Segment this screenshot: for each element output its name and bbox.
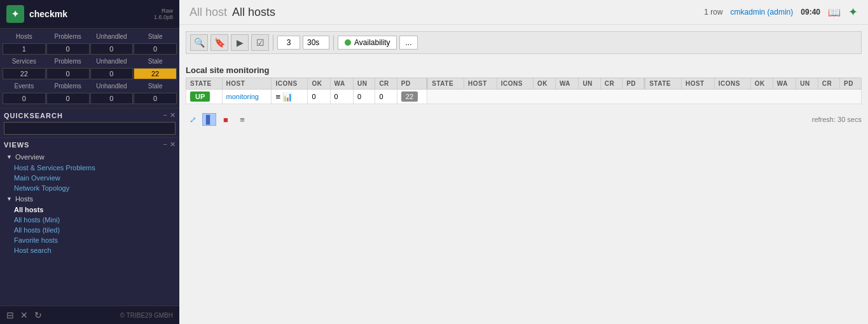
pd-badge[interactable]: 22 (401, 91, 418, 102)
col-un-3: UN (796, 78, 818, 90)
table-row: UP monitoring ≡ 📊 0 0 0 0 (186, 90, 862, 104)
refresh-count-input[interactable] (277, 36, 300, 50)
evt-problems-label: Problems (46, 82, 90, 90)
nav-all-hosts-mini[interactable]: All hosts (Mini) (4, 215, 176, 225)
sidebar-undock-icon[interactable]: ⊟ (6, 310, 14, 320)
sidebar-close-icon[interactable]: ✕ (20, 310, 28, 320)
site-title: Local site monitoring (186, 62, 862, 78)
quicksearch-controls: − ✕ (163, 111, 176, 119)
category-overview[interactable]: ▼ Overview (4, 151, 176, 163)
nav-all-hosts[interactable]: All hosts (4, 205, 176, 215)
hosts-count[interactable]: 1 (3, 43, 46, 55)
views-section: VIEWS − ✕ ▼ Overview Host & Services Pro… (0, 138, 179, 306)
unhandled-label: Unhandled (90, 32, 134, 41)
col-state-2: STATE (427, 78, 464, 90)
expand-icon[interactable]: ⤢ (186, 113, 200, 126)
checkmk-logo-icon: ✦ (848, 5, 858, 19)
filter-icon[interactable]: ▋ (202, 113, 216, 126)
search-button[interactable]: 🔍 (190, 34, 208, 51)
sidebar-header: ✦ checkmk Raw 1.6.0p8 (0, 0, 179, 29)
row-ok: 0 (308, 90, 330, 104)
views-close[interactable]: ✕ (170, 140, 176, 149)
views-minus[interactable]: − (163, 140, 167, 149)
col-cr-1: CR (375, 78, 397, 90)
search-input[interactable] (4, 122, 176, 135)
quicksearch-title: QUICKSEARCH (4, 112, 63, 119)
events-problems[interactable]: 0 (46, 93, 90, 104)
copyright-text: © TRIBE29 GMBH (120, 312, 173, 319)
svc-problems-label: Problems (46, 57, 90, 65)
col-ok-1: OK (308, 78, 330, 90)
triangle-icon: ▼ (6, 154, 12, 160)
breadcrumb-parent[interactable]: All host (189, 6, 227, 19)
services-count[interactable]: 22 (3, 68, 46, 79)
breadcrumb-current: All hosts (232, 6, 275, 19)
col-state-3: STATE (645, 78, 682, 90)
col-icons-1: ICONS (272, 78, 308, 90)
row-icons: ≡ 📊 (272, 90, 308, 104)
category-hosts[interactable]: ▼ Hosts (4, 193, 176, 205)
hosts-problems[interactable]: 0 (46, 43, 90, 55)
checkbox-button[interactable]: ☑ (251, 34, 269, 51)
svc-unhandled-label: Unhandled (90, 57, 134, 65)
views-header: VIEWS − ✕ (4, 140, 176, 149)
action-button[interactable]: ▶ (231, 34, 249, 51)
col-ok-3: OK (750, 78, 773, 90)
services-unhandled[interactable]: 0 (90, 68, 134, 79)
more-button[interactable]: ... (399, 36, 417, 50)
col-pd-2: PD (623, 78, 645, 90)
nav-host-search[interactable]: Host search (4, 245, 176, 255)
views-controls: − ✕ (163, 140, 176, 149)
nav-network-topology[interactable]: Network Topology (4, 183, 176, 193)
chart-icon[interactable]: 📊 (282, 92, 293, 102)
nav-all-hosts-tiled[interactable]: All hosts (tiled) (4, 225, 176, 235)
nav-favorite-hosts[interactable]: Favorite hosts (4, 235, 176, 245)
row-cr: 0 (375, 90, 397, 104)
nav-main-overview[interactable]: Main Overview (4, 173, 176, 183)
version-text: Raw 1.6.0p8 (154, 8, 173, 20)
events-stale[interactable]: 0 (134, 93, 177, 104)
services-problems[interactable]: 0 (46, 68, 90, 79)
events-count[interactable]: 0 (3, 93, 46, 104)
row-state: UP (186, 90, 223, 104)
refresh-interval-input[interactable] (303, 36, 329, 50)
footer-icons: ⊟ ✕ ↻ (6, 310, 42, 320)
quicksearch-close[interactable]: ✕ (170, 111, 176, 119)
sidebar-refresh-icon[interactable]: ↻ (34, 310, 42, 320)
nav-host-services-problems[interactable]: Host & Services Problems (4, 163, 176, 173)
availability-button[interactable]: Availability (338, 36, 397, 50)
hosts-unhandled[interactable]: 0 (90, 43, 134, 55)
services-label: Services (3, 57, 46, 65)
help-icon[interactable]: 📖 (828, 6, 841, 18)
col-wa-1: WA (330, 78, 353, 90)
events-unhandled[interactable]: 0 (90, 93, 134, 104)
col-cr-2: CR (600, 78, 622, 90)
col-host-3: HOST (681, 78, 714, 90)
topbar-right: 1 row cmkadmin (admin) 09:40 📖 ✦ (704, 5, 858, 19)
col-pd-1: PD (397, 78, 427, 90)
bookmark-button[interactable]: 🔖 (210, 34, 228, 51)
hosts-triangle-icon: ▼ (6, 196, 12, 202)
list-icon[interactable]: ≡ (235, 113, 249, 126)
col-un-1: UN (353, 78, 375, 90)
toolbar: 🔍 🔖 ▶ ☑ Availability ... (186, 31, 862, 54)
host-link[interactable]: monitoring (226, 93, 259, 100)
col-host-1: HOST (222, 78, 272, 90)
hosts-stale[interactable]: 0 (134, 43, 177, 55)
row-pd: 22 (397, 90, 427, 104)
table-header-row: STATE HOST ICONS OK WA UN CR PD STATE HO… (186, 78, 862, 90)
quicksearch-section: QUICKSEARCH − ✕ (0, 109, 179, 138)
quicksearch-minus[interactable]: − (163, 111, 167, 119)
stop-icon[interactable]: ■ (219, 113, 233, 126)
quicksearch-header: QUICKSEARCH − ✕ (4, 111, 176, 119)
hosts-stats-row: Hosts Problems Unhandled Stale (0, 31, 179, 42)
menu-icon[interactable]: ≡ (275, 92, 280, 102)
evt-unhandled-label: Unhandled (90, 82, 134, 90)
stats-section: Hosts Problems Unhandled Stale 1 0 0 0 S… (0, 29, 179, 109)
bottom-bar: ⤢ ▋ ■ ≡ refresh: 30 secs (186, 109, 862, 130)
col-wa-3: WA (773, 78, 796, 90)
services-stale[interactable]: 22 (134, 68, 177, 79)
user-link[interactable]: cmkadmin (admin) (731, 8, 794, 17)
events-label: Events (3, 82, 46, 90)
col-cr-3: CR (818, 78, 839, 90)
